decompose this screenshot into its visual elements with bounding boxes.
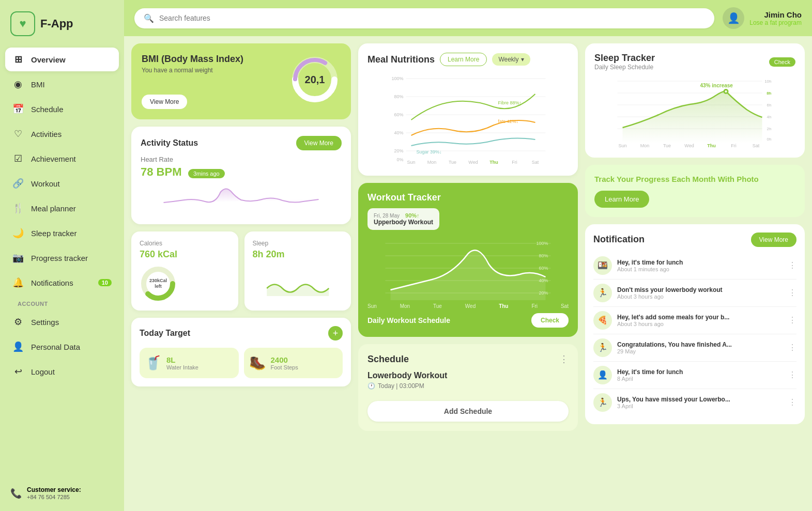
notif-text-5: Ups, You have missed your Lowerbo... 3 A… bbox=[617, 396, 783, 409]
notif-more-0[interactable]: ⋮ bbox=[788, 260, 796, 270]
sidebar-footer: 📞 Customer service: +84 76 504 7285 bbox=[0, 478, 124, 511]
search-input[interactable] bbox=[159, 14, 705, 22]
time-ago-badge: 3mins ago bbox=[188, 169, 225, 178]
clock-icon: 🕐 bbox=[367, 382, 375, 390]
sidebar-item-achievement[interactable]: ☑ Achievement bbox=[5, 147, 119, 171]
add-schedule-button[interactable]: Add Schedule bbox=[367, 401, 569, 422]
search-icon: 🔍 bbox=[144, 13, 154, 23]
nutrition-chart: 100% 80% 60% 40% 20% 0% Fibre 88%↑ bbox=[367, 73, 569, 166]
sleep-label: Sleep bbox=[253, 240, 343, 247]
sleep-card: Sleep 8h 20m bbox=[244, 231, 351, 311]
notif-text-2: Hey, let's add some meals for your b... … bbox=[617, 314, 783, 327]
user-subtitle: Lose a fat program bbox=[749, 19, 802, 26]
foot-steps-item: 🥾 2400 Foot Steps bbox=[244, 348, 343, 378]
schedule-item: Lowerbody Workout 🕐 Today | 03:00PM bbox=[367, 371, 569, 390]
sidebar-item-progress-tracker[interactable]: 📷 Progress tracker bbox=[5, 246, 119, 270]
sidebar-label-activities: Activities bbox=[31, 130, 62, 138]
workout-tracker-title: Workout Tracker bbox=[367, 192, 441, 203]
sidebar-item-notifications[interactable]: 🔔 Notifications 10 bbox=[5, 271, 119, 295]
calories-card: Calories 760 kCal 230kCal left bbox=[131, 231, 238, 311]
calories-donut: 230kCal left bbox=[140, 265, 177, 302]
sidebar-item-logout[interactable]: ↩ Logout bbox=[5, 360, 119, 383]
activity-status-card: Activity Status View More Heart Rate 78 … bbox=[131, 127, 351, 224]
sidebar-item-settings[interactable]: ⚙ Settings bbox=[5, 310, 119, 334]
add-target-button[interactable]: + bbox=[328, 326, 343, 340]
meal-icon: 🍴 bbox=[12, 203, 24, 214]
main-content: 🔍 👤 Jimin Cho Lose a fat program BMI (Bo… bbox=[124, 0, 812, 511]
sidebar-label-workout: Workout bbox=[31, 179, 60, 188]
water-intake-item: 🥤 8L Water Intake bbox=[140, 348, 239, 378]
svg-point-49 bbox=[725, 90, 728, 93]
notif-more-2[interactable]: ⋮ bbox=[788, 315, 796, 325]
workout-info-box: Fri, 28 May 90%↑ Upperbody Workout bbox=[367, 208, 439, 230]
notif-item-2: 🍕 Hey, let's add some meals for your b..… bbox=[593, 307, 796, 334]
sleep-wave-chart bbox=[253, 270, 343, 296]
sidebar-label-overview: Overview bbox=[31, 55, 66, 64]
bmi-icon: ◉ bbox=[12, 79, 24, 90]
sidebar-item-bmi[interactable]: ◉ BMI bbox=[5, 72, 119, 96]
workout-chart: 100% 80% 60% 40% 20% bbox=[367, 238, 569, 300]
heart-rate-label: Heart Rate bbox=[141, 156, 342, 163]
notif-text-0: Hey, it's time for lunch About 1 minutes… bbox=[617, 259, 783, 272]
personal-data-icon: 👤 bbox=[12, 341, 24, 352]
meal-nutritions-title: Meal Nutritions bbox=[367, 54, 435, 65]
app-name: F-App bbox=[40, 17, 73, 30]
svg-text:6h: 6h bbox=[767, 103, 772, 107]
sidebar-item-overview[interactable]: ⊞ Overview bbox=[5, 48, 119, 71]
weekly-dropdown[interactable]: Weekly ▾ bbox=[492, 53, 530, 66]
schedule-card: Schedule ⋮ Lowerbody Workout 🕐 Today | 0… bbox=[358, 344, 578, 431]
notification-title: Notification bbox=[593, 234, 645, 245]
sleep-tracker-subtitle: Daily Sleep Schedule bbox=[594, 64, 655, 71]
sleep-check-badge[interactable]: Check bbox=[769, 57, 795, 67]
progress-learn-more-button[interactable]: Learn More bbox=[594, 191, 649, 208]
steps-icon: 🥾 bbox=[249, 355, 266, 371]
user-details: Jimin Cho Lose a fat program bbox=[749, 10, 802, 26]
notif-more-4[interactable]: ⋮ bbox=[788, 370, 796, 380]
progress-icon: 📷 bbox=[12, 252, 24, 264]
sidebar-item-activities[interactable]: ♡ Activities bbox=[5, 122, 119, 146]
col-2: Meal Nutritions Learn More Weekly ▾ bbox=[358, 43, 578, 504]
notif-avatar-5: 🏃 bbox=[593, 393, 612, 412]
svg-text:60%: 60% bbox=[394, 112, 403, 117]
calories-value: 760 kCal bbox=[140, 249, 230, 260]
user-name: Jimin Cho bbox=[749, 10, 802, 19]
svg-text:0h: 0h bbox=[767, 137, 772, 142]
activity-status-title: Activity Status bbox=[141, 138, 198, 148]
bmi-view-more-button[interactable]: View More bbox=[142, 95, 187, 109]
sidebar-label-bmi: BMI bbox=[31, 80, 45, 89]
learn-more-button[interactable]: Learn More bbox=[440, 53, 487, 66]
search-bar[interactable]: 🔍 bbox=[134, 8, 714, 28]
sidebar-item-sleep-tracker[interactable]: 🌙 Sleep tracker bbox=[5, 221, 119, 245]
sidebar-label-meal: Meal planner bbox=[31, 204, 76, 213]
steps-label: Foot Steps bbox=[271, 364, 298, 370]
sidebar-item-meal-planner[interactable]: 🍴 Meal planner bbox=[5, 196, 119, 220]
sidebar-label-schedule: Schedule bbox=[31, 105, 64, 114]
sidebar-item-schedule[interactable]: 📅 Schedule bbox=[5, 97, 119, 121]
svg-text:0%: 0% bbox=[396, 157, 403, 162]
workout-tracker-card: Workout Tracker Fri, 28 May 90%↑ Upperbo… bbox=[358, 183, 578, 337]
phone-icon: 📞 bbox=[10, 488, 22, 499]
workout-icon: 🔗 bbox=[12, 178, 24, 189]
sidebar-label-sleep: Sleep tracker bbox=[31, 229, 76, 238]
svg-text:100%: 100% bbox=[391, 76, 403, 81]
sidebar-item-workout[interactable]: 🔗 Workout bbox=[5, 172, 119, 195]
overview-icon: ⊞ bbox=[12, 54, 24, 65]
notif-more-3[interactable]: ⋮ bbox=[788, 343, 796, 352]
notif-text-4: Hey, it's time for lunch 8 April bbox=[617, 368, 783, 382]
sidebar-nav: ⊞ Overview ◉ BMI 📅 Schedule ♡ Activities… bbox=[0, 48, 124, 478]
sidebar-item-personal-data[interactable]: 👤 Personal Data bbox=[5, 335, 119, 359]
notification-badge: 10 bbox=[98, 279, 112, 286]
account-section-label: ACCOUNT bbox=[5, 296, 119, 310]
calories-label: Calories bbox=[140, 240, 230, 247]
bmi-card: BMI (Body Mass Index) You have a normal … bbox=[131, 43, 351, 119]
notif-avatar-3: 🏃 bbox=[593, 338, 612, 357]
notification-card: Notification View More 🍱 Hey, it's time … bbox=[585, 224, 805, 424]
schedule-more-icon[interactable]: ⋮ bbox=[559, 353, 569, 365]
notif-more-5[interactable]: ⋮ bbox=[788, 397, 796, 407]
water-icon: 🥤 bbox=[145, 355, 161, 371]
notification-view-more-button[interactable]: View More bbox=[751, 233, 796, 247]
content-grid: BMI (Body Mass Index) You have a normal … bbox=[124, 36, 812, 511]
workout-check-button[interactable]: Check bbox=[531, 313, 569, 328]
notif-more-1[interactable]: ⋮ bbox=[788, 288, 796, 298]
activity-view-more-button[interactable]: View More bbox=[296, 136, 342, 150]
